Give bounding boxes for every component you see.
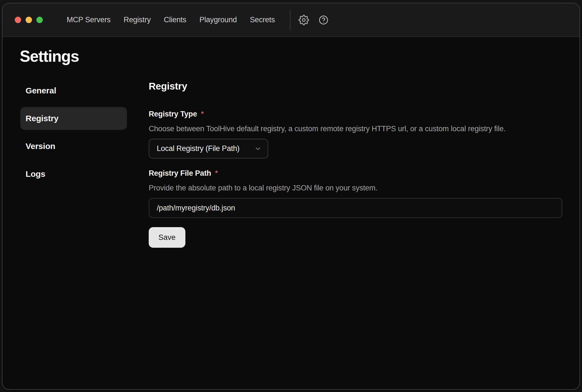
- close-button[interactable]: [15, 17, 21, 23]
- registry-type-label: Registry Type: [149, 109, 197, 119]
- settings-gear-button[interactable]: [297, 14, 310, 26]
- section-heading: Registry: [149, 80, 562, 92]
- required-asterisk: *: [201, 110, 204, 118]
- nav-item-mcp-servers[interactable]: MCP Servers: [67, 16, 111, 24]
- nav-item-secrets[interactable]: Secrets: [250, 16, 275, 24]
- nav-item-registry[interactable]: Registry: [124, 16, 151, 24]
- registry-file-path-input[interactable]: [149, 198, 562, 218]
- titlebar: MCP Servers Registry Clients Playground …: [3, 3, 579, 37]
- chevron-down-icon: [254, 145, 262, 152]
- top-navigation: MCP Servers Registry Clients Playground …: [67, 16, 275, 24]
- sidebar-item-logs[interactable]: Logs: [20, 163, 127, 185]
- help-circle-icon: [318, 15, 329, 25]
- registry-file-path-label: Registry File Path: [149, 168, 211, 178]
- nav-item-playground[interactable]: Playground: [199, 16, 237, 24]
- registry-settings-panel: Registry Registry Type * Choose between …: [149, 79, 562, 248]
- titlebar-divider: [290, 9, 290, 31]
- sidebar-item-version[interactable]: Version: [20, 135, 127, 158]
- settings-page: Settings General Registry Version Logs R…: [3, 37, 579, 248]
- nav-item-clients[interactable]: Clients: [164, 16, 186, 24]
- sidebar-item-general[interactable]: General: [20, 79, 127, 102]
- traffic-lights: [15, 17, 43, 23]
- gear-icon: [299, 15, 309, 25]
- app-window: MCP Servers Registry Clients Playground …: [2, 3, 580, 390]
- settings-sidebar: General Registry Version Logs: [20, 79, 127, 248]
- registry-file-path-description: Provide the absolute path to a local reg…: [149, 183, 562, 193]
- registry-type-select[interactable]: Local Registry (File Path): [149, 139, 268, 158]
- sidebar-item-registry[interactable]: Registry: [20, 107, 127, 130]
- save-button[interactable]: Save: [149, 227, 185, 248]
- zoom-button[interactable]: [36, 17, 43, 23]
- page-title: Settings: [20, 46, 579, 66]
- registry-type-description: Choose between ToolHive default registry…: [149, 124, 562, 134]
- registry-type-selected-value: Local Registry (File Path): [157, 144, 240, 153]
- required-asterisk: *: [215, 169, 218, 178]
- minimize-button[interactable]: [26, 17, 32, 23]
- help-button[interactable]: [317, 14, 330, 26]
